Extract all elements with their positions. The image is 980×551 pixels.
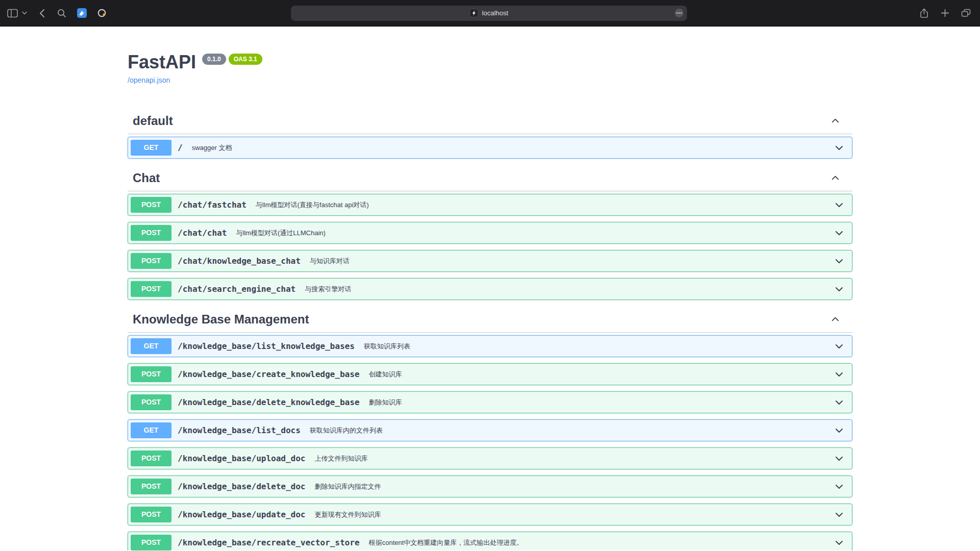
- operation-description: 与搜索引擎对话: [302, 285, 829, 294]
- operation-row: GET / swagger 文档: [128, 137, 852, 159]
- operation-description: 与llm模型对话(通过LLMChain): [233, 229, 829, 238]
- operation-summary[interactable]: GET /knowledge_base/list_docs 获取知识库内的文件列…: [128, 420, 852, 441]
- chevron-down-icon[interactable]: [829, 143, 849, 153]
- chevron-down-icon[interactable]: [829, 200, 849, 210]
- api-section: default GET / swagger 文档: [128, 108, 852, 159]
- operation-path: /chat/knowledge_base_chat: [172, 256, 307, 266]
- chevron-down-icon[interactable]: [829, 538, 849, 548]
- operation-description: 上传文件到知识库: [311, 454, 829, 463]
- operation-row: POST /knowledge_base/upload_doc 上传文件到知识库: [128, 447, 852, 469]
- operation-summary[interactable]: POST /knowledge_base/recreate_vector_sto…: [128, 532, 852, 550]
- operation-row: POST /chat/fastchat 与llm模型对话(直接与fastchat…: [128, 194, 852, 216]
- operation-row: POST /knowledge_base/recreate_vector_sto…: [128, 532, 852, 550]
- operation-row: GET /knowledge_base/list_knowledge_bases…: [128, 335, 852, 357]
- chevron-up-icon[interactable]: [830, 314, 840, 324]
- chevron-down-icon[interactable]: [829, 482, 849, 492]
- chevron-down-icon[interactable]: [829, 256, 849, 266]
- operation-path: /knowledge_base/upload_doc: [172, 454, 311, 464]
- operation-summary[interactable]: POST /chat/knowledge_base_chat 与知识库对话: [128, 251, 852, 271]
- operation-path: /knowledge_base/list_knowledge_bases: [172, 341, 361, 352]
- operation-path: /knowledge_base/update_doc: [172, 510, 311, 520]
- chevron-down-icon[interactable]: [829, 510, 849, 520]
- browser-toolbar: localhost: [0, 0, 980, 27]
- operation-row: POST /knowledge_base/delete_doc 删除知识库内指定…: [128, 475, 852, 497]
- swagger-container: FastAPI 0.1.0 OAS 3.1 /openapi.json defa…: [117, 52, 863, 550]
- api-section: Chat POST /chat/fastchat 与llm模型对话(直接与fas…: [128, 165, 852, 300]
- operation-summary[interactable]: GET /knowledge_base/list_knowledge_bases…: [128, 336, 852, 357]
- operation-description: 与知识库对话: [307, 257, 829, 266]
- operation-description: swagger 文档: [189, 143, 829, 153]
- operation-row: POST /knowledge_base/delete_knowledge_ba…: [128, 391, 852, 413]
- operation-path: /chat/search_engine_chat: [172, 284, 302, 294]
- operation-summary[interactable]: POST /knowledge_base/delete_knowledge_ba…: [128, 392, 852, 413]
- operation-method-badge: POST: [131, 479, 172, 494]
- page-menu-icon[interactable]: [674, 8, 684, 18]
- back-icon[interactable]: [37, 7, 47, 20]
- url-text: localhost: [482, 9, 508, 17]
- operation-method-badge: GET: [131, 338, 172, 354]
- toolbar-chevron-down-icon[interactable]: [22, 7, 27, 20]
- tab-overview-icon[interactable]: [961, 7, 971, 20]
- operation-method-badge: POST: [131, 253, 172, 269]
- operation-method-badge: POST: [131, 197, 172, 213]
- operation-summary[interactable]: POST /knowledge_base/update_doc 更新现有文件到知…: [128, 504, 852, 525]
- extension-ring-icon[interactable]: [96, 7, 107, 20]
- operation-row: POST /knowledge_base/update_doc 更新现有文件到知…: [128, 504, 852, 525]
- api-info: FastAPI 0.1.0 OAS 3.1 /openapi.json: [128, 52, 852, 85]
- operation-summary[interactable]: POST /chat/search_engine_chat 与搜索引擎对话: [128, 279, 852, 299]
- operation-path: /knowledge_base/delete_knowledge_base: [172, 397, 365, 408]
- section-title: Knowledge Base Management: [133, 311, 830, 327]
- operation-method-badge: GET: [131, 422, 172, 438]
- operation-row: POST /chat/search_engine_chat 与搜索引擎对话: [128, 278, 852, 300]
- api-title-text: FastAPI: [128, 52, 196, 72]
- operation-description: 获取知识库内的文件列表: [307, 426, 829, 435]
- operation-description: 根据content中文档重建向量库，流式输出处理进度。: [365, 538, 829, 547]
- section-title: default: [133, 113, 830, 129]
- openapi-link[interactable]: /openapi.json: [128, 76, 170, 85]
- operation-path: /knowledge_base/create_knowledge_base: [172, 369, 365, 380]
- operation-path: /chat/fastchat: [172, 200, 253, 210]
- operation-list: POST /chat/fastchat 与llm模型对话(直接与fastchat…: [128, 191, 852, 300]
- api-badges: 0.1.0 OAS 3.1: [202, 54, 262, 65]
- sidebar-toggle-icon[interactable]: [7, 7, 18, 20]
- operation-summary[interactable]: GET / swagger 文档: [128, 137, 852, 158]
- operation-row: GET /knowledge_base/list_docs 获取知识库内的文件列…: [128, 419, 852, 441]
- operation-method-badge: GET: [131, 140, 172, 156]
- section-header[interactable]: default: [128, 108, 852, 134]
- swagger-page: FastAPI 0.1.0 OAS 3.1 /openapi.json defa…: [0, 27, 980, 550]
- operation-summary[interactable]: POST /knowledge_base/delete_doc 删除知识库内指定…: [128, 476, 852, 497]
- operation-method-badge: POST: [131, 507, 172, 522]
- extension-blue-icon[interactable]: [77, 7, 87, 20]
- toolbar-left-group: [0, 7, 291, 20]
- operation-row: POST /knowledge_base/create_knowledge_ba…: [128, 363, 852, 385]
- chevron-down-icon[interactable]: [829, 228, 849, 238]
- chevron-up-icon[interactable]: [830, 173, 840, 183]
- operation-list: GET / swagger 文档: [128, 134, 852, 159]
- search-icon[interactable]: [57, 7, 67, 20]
- operation-description: 删除知识库: [365, 398, 829, 407]
- operation-list: GET /knowledge_base/list_knowledge_bases…: [128, 333, 852, 550]
- chevron-down-icon[interactable]: [829, 284, 849, 294]
- toolbar-right-group: [687, 7, 980, 20]
- operation-summary[interactable]: POST /chat/chat 与llm模型对话(通过LLMChain): [128, 222, 852, 243]
- operation-summary[interactable]: POST /knowledge_base/upload_doc 上传文件到知识库: [128, 448, 852, 469]
- chevron-up-icon[interactable]: [830, 116, 840, 126]
- operation-summary[interactable]: POST /knowledge_base/create_knowledge_ba…: [128, 364, 852, 385]
- chevron-down-icon[interactable]: [829, 341, 849, 352]
- operation-method-badge: POST: [131, 535, 172, 550]
- chevron-down-icon[interactable]: [829, 425, 849, 436]
- url-bar[interactable]: localhost: [291, 6, 687, 21]
- operation-summary[interactable]: POST /chat/fastchat 与llm模型对话(直接与fastchat…: [128, 194, 852, 215]
- chevron-down-icon[interactable]: [829, 454, 849, 464]
- section-header[interactable]: Knowledge Base Management: [128, 306, 852, 333]
- version-badge: 0.1.0: [202, 54, 226, 65]
- share-icon[interactable]: [919, 7, 929, 20]
- operation-path: /: [172, 143, 189, 153]
- section-header[interactable]: Chat: [128, 165, 852, 191]
- operation-row: POST /chat/knowledge_base_chat 与知识库对话: [128, 250, 852, 272]
- operation-method-badge: POST: [131, 450, 172, 466]
- chevron-down-icon[interactable]: [829, 397, 849, 408]
- chevron-down-icon[interactable]: [829, 369, 849, 380]
- new-tab-icon[interactable]: [940, 7, 950, 20]
- operation-method-badge: POST: [131, 281, 172, 297]
